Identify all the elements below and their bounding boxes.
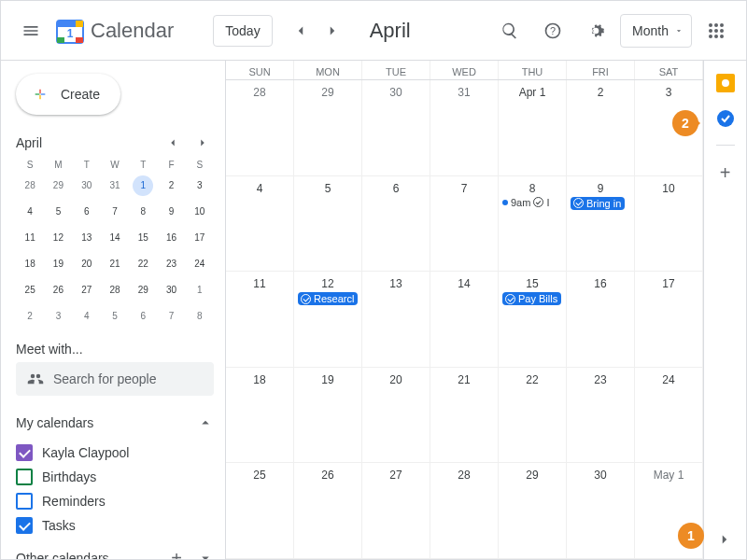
my-calendars-toggle[interactable]: My calendars: [16, 409, 214, 437]
today-button[interactable]: Today: [213, 15, 272, 47]
prev-month-button[interactable]: [286, 16, 316, 46]
mini-day[interactable]: 22: [133, 254, 153, 274]
day-cell[interactable]: 29: [499, 463, 567, 558]
mini-day[interactable]: 11: [20, 228, 40, 248]
mini-day[interactable]: 3: [190, 175, 210, 196]
next-month-button[interactable]: [317, 16, 347, 46]
mini-day[interactable]: 3: [48, 306, 68, 327]
day-cell[interactable]: 20: [362, 368, 430, 463]
mini-day[interactable]: 27: [77, 280, 97, 301]
calendar-item[interactable]: Kayla Claypool: [16, 441, 214, 465]
add-calendar-button[interactable]: +: [171, 548, 182, 560]
day-cell[interactable]: 30: [567, 463, 635, 558]
mini-day[interactable]: 7: [105, 202, 125, 222]
day-cell[interactable]: 14: [430, 272, 499, 367]
mini-day[interactable]: 30: [77, 175, 97, 196]
task-chip[interactable]: Researcl: [298, 292, 358, 305]
get-addons-button[interactable]: +: [720, 162, 731, 184]
mini-day[interactable]: 6: [77, 202, 97, 222]
mini-day[interactable]: 5: [105, 306, 125, 327]
mini-day[interactable]: 21: [105, 254, 125, 274]
calendar-item[interactable]: Tasks: [16, 513, 214, 538]
settings-icon[interactable]: [577, 12, 614, 49]
mini-day[interactable]: 10: [190, 202, 210, 222]
keep-icon[interactable]: [716, 74, 735, 92]
mini-day[interactable]: 16: [162, 228, 182, 248]
day-cell[interactable]: 27: [362, 463, 430, 558]
day-cell[interactable]: 17: [635, 272, 703, 367]
day-cell[interactable]: 16: [567, 272, 635, 367]
day-cell[interactable]: 5: [294, 176, 362, 272]
checkbox[interactable]: [16, 517, 33, 534]
mini-day[interactable]: 2: [162, 175, 182, 196]
search-icon[interactable]: [491, 12, 529, 49]
mini-day[interactable]: 30: [162, 280, 182, 301]
mini-day[interactable]: 23: [162, 254, 182, 274]
day-cell[interactable]: 23: [567, 368, 635, 463]
main-menu-button[interactable]: [12, 12, 49, 49]
day-cell[interactable]: 25: [226, 463, 294, 558]
mini-day[interactable]: 14: [105, 228, 125, 248]
day-cell[interactable]: 7: [430, 176, 499, 272]
mini-day[interactable]: 15: [133, 228, 153, 248]
day-cell[interactable]: 9Bring in: [567, 176, 635, 272]
mini-day[interactable]: 1: [133, 175, 153, 196]
other-calendars-toggle[interactable]: Other calendars: [16, 545, 156, 559]
event-row[interactable]: 9amI: [502, 197, 562, 208]
day-cell[interactable]: 12Researcl: [294, 272, 362, 367]
day-cell[interactable]: 15Pay Bills: [499, 272, 567, 367]
task-chip[interactable]: Bring in: [571, 197, 625, 210]
day-cell[interactable]: Apr 1: [499, 80, 567, 175]
mini-day[interactable]: 26: [48, 280, 68, 301]
mini-day[interactable]: 28: [105, 280, 125, 301]
day-cell[interactable]: 2: [567, 80, 635, 175]
create-button[interactable]: Create: [16, 74, 120, 115]
mini-day[interactable]: 1: [190, 280, 210, 301]
event-row[interactable]: Researcl: [298, 292, 358, 305]
mini-day[interactable]: 2: [20, 306, 40, 327]
mini-day[interactable]: 29: [133, 280, 153, 301]
help-icon[interactable]: ?: [534, 12, 571, 49]
chevron-down-icon[interactable]: [197, 550, 214, 559]
event-row[interactable]: Pay Bills: [502, 292, 562, 305]
checkbox[interactable]: [16, 469, 33, 485]
day-cell[interactable]: 18: [226, 368, 294, 463]
day-cell[interactable]: 4: [226, 176, 294, 272]
mini-day[interactable]: 12: [48, 228, 68, 248]
mini-day[interactable]: 13: [77, 228, 97, 248]
checkbox[interactable]: [16, 493, 33, 510]
collapse-sidepanel-button[interactable]: [712, 526, 738, 553]
day-cell[interactable]: 19: [294, 368, 362, 463]
day-cell[interactable]: 89amI: [499, 176, 567, 272]
mini-day[interactable]: 4: [77, 306, 97, 327]
mini-day[interactable]: 29: [48, 175, 68, 196]
mini-day[interactable]: 9: [162, 202, 182, 222]
google-apps-icon[interactable]: [698, 12, 735, 49]
mini-day[interactable]: 6: [133, 306, 153, 327]
day-cell[interactable]: 28: [430, 463, 499, 558]
day-cell[interactable]: 30: [362, 80, 430, 175]
mini-day[interactable]: 19: [48, 254, 68, 274]
day-cell[interactable]: 6: [362, 176, 430, 272]
day-cell[interactable]: 24: [635, 368, 703, 463]
mini-day[interactable]: 4: [20, 202, 40, 222]
day-cell[interactable]: 21: [430, 368, 499, 463]
day-cell[interactable]: 13: [362, 272, 430, 367]
mini-day[interactable]: 8: [133, 202, 153, 222]
day-cell[interactable]: 31: [430, 80, 499, 175]
mini-prev-button[interactable]: [162, 132, 184, 154]
mini-day[interactable]: 7: [162, 306, 182, 327]
calendar-item[interactable]: Reminders: [16, 489, 214, 513]
mini-next-button[interactable]: [191, 132, 214, 154]
mini-day[interactable]: 5: [48, 202, 68, 222]
day-cell[interactable]: 29: [294, 80, 362, 175]
day-cell[interactable]: 26: [294, 463, 362, 558]
task-chip[interactable]: Pay Bills: [502, 292, 561, 305]
mini-day[interactable]: 18: [20, 254, 40, 274]
mini-day[interactable]: 25: [20, 280, 40, 301]
mini-day[interactable]: 20: [77, 254, 97, 274]
tasks-icon[interactable]: [716, 109, 735, 128]
calendar-item[interactable]: Birthdays: [16, 465, 214, 489]
mini-day[interactable]: 28: [20, 175, 40, 196]
mini-day[interactable]: 17: [190, 228, 210, 248]
